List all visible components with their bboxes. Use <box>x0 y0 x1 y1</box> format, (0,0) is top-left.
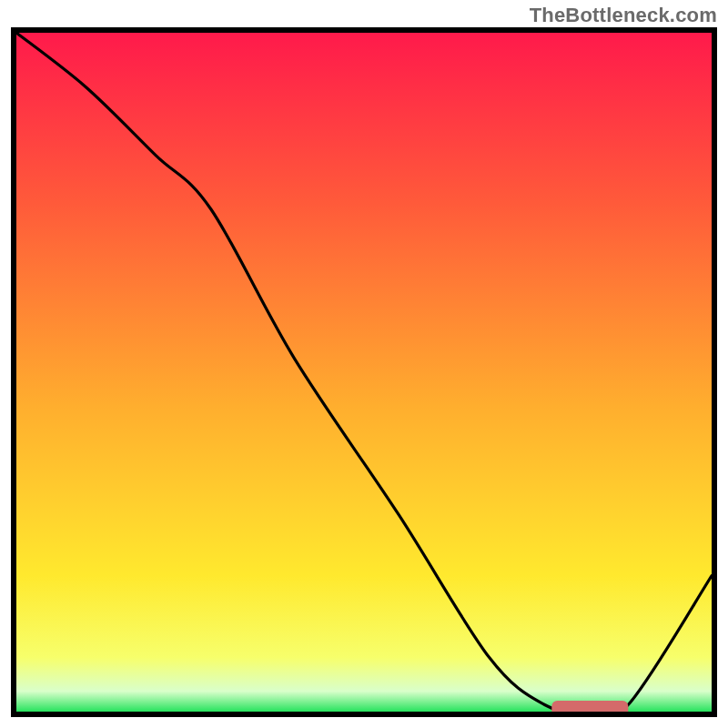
chart-container: TheBottleneck.com <box>0 0 728 728</box>
curve-layer <box>16 33 712 712</box>
main-curve <box>16 33 712 712</box>
plot-frame <box>11 27 717 717</box>
min-marker <box>551 701 628 712</box>
plot-area <box>16 33 712 712</box>
watermark-text: TheBottleneck.com <box>530 4 717 27</box>
